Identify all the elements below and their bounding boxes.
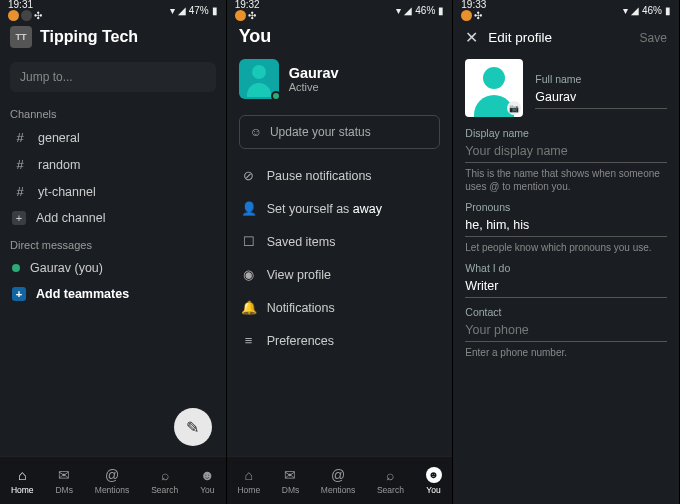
- dm-label: Direct messages: [0, 231, 226, 255]
- workspace-icon: TT: [10, 26, 32, 48]
- presence-active-icon: [12, 264, 20, 272]
- you-menu: ⊘ Pause notifications 👤 Set yourself as …: [227, 159, 453, 357]
- nav-dms[interactable]: ✉DMs: [282, 467, 299, 495]
- status-time: 19:31: [8, 0, 33, 10]
- nav-you[interactable]: ☻You: [200, 467, 215, 495]
- add-channel-button[interactable]: + Add channel: [0, 205, 226, 231]
- battery-pct: 46%: [415, 5, 435, 16]
- screen-you: 19:32 ✣ ▾ ◢ 46% ▮ You Gaurav Active ☺ Up…: [227, 0, 454, 504]
- displayname-label: Display name: [465, 127, 667, 139]
- jump-to-input[interactable]: Jump to...: [10, 62, 216, 92]
- contact-input[interactable]: Your phone: [465, 320, 667, 342]
- nav-search[interactable]: ⌕Search: [377, 467, 404, 495]
- dms-icon: ✉: [58, 467, 70, 483]
- signal-icon: ◢: [178, 5, 186, 16]
- status-time: 19:32: [235, 0, 260, 10]
- avatar-upload[interactable]: 📷: [465, 59, 523, 117]
- dms-icon: ✉: [284, 467, 296, 483]
- mentions-icon: @: [331, 467, 345, 483]
- what-i-do-input[interactable]: Writer: [465, 276, 667, 298]
- avatar: [239, 59, 279, 99]
- nav-home[interactable]: ⌂Home: [237, 467, 260, 495]
- pronouns-input[interactable]: he, him, his: [465, 215, 667, 237]
- set-away-button[interactable]: 👤 Set yourself as away: [227, 192, 453, 225]
- battery-icon: ▮: [212, 5, 218, 16]
- screen-edit-profile: 19:33 ✣ ▾ ◢ 46% ▮ ✕ Edit profile Save 📷 …: [453, 0, 680, 504]
- profile-name: Gaurav: [289, 65, 339, 81]
- displayname-input[interactable]: Your display name: [465, 141, 667, 163]
- contact-label: Contact: [465, 306, 667, 318]
- view-profile-button[interactable]: ◉ View profile: [227, 258, 453, 291]
- battery-icon: ▮: [665, 5, 671, 16]
- search-icon: ⌕: [161, 467, 169, 483]
- saved-items-button[interactable]: ☐ Saved items: [227, 225, 453, 258]
- channel-name: random: [38, 158, 80, 172]
- statusbar: 19:32 ✣ ▾ ◢ 46% ▮: [227, 0, 453, 20]
- preferences-button[interactable]: ≡ Preferences: [227, 324, 453, 357]
- channel-name: yt-channel: [38, 185, 96, 199]
- status-right: ▾ ◢ 47% ▮: [170, 5, 218, 16]
- workspace-title: Tipping Tech: [40, 28, 138, 46]
- mentions-icon: @: [105, 467, 119, 483]
- status-left: 19:33 ✣: [461, 0, 486, 21]
- dm-item[interactable]: Gaurav (you): [0, 255, 226, 281]
- nav-mentions[interactable]: @Mentions: [95, 467, 130, 495]
- plus-icon: +: [12, 287, 26, 301]
- statusbar: 19:31 ✣ ▾ ◢ 47% ▮: [0, 0, 226, 20]
- signal-icon: ◢: [631, 5, 639, 16]
- fullname-input[interactable]: Gaurav: [535, 87, 667, 109]
- home-icon: ⌂: [18, 467, 26, 483]
- status-input[interactable]: ☺ Update your status: [239, 115, 441, 149]
- bottom-nav: ⌂Home ✉DMs @Mentions ⌕Search ☻You: [227, 456, 453, 504]
- channel-name: general: [38, 131, 80, 145]
- wifi-icon: ▾: [396, 5, 401, 16]
- you-icon: ☻: [200, 467, 215, 483]
- profile-icon: ◉: [241, 267, 257, 282]
- bottom-nav: ⌂Home ✉DMs @Mentions ⌕Search ☻You: [0, 456, 226, 504]
- battery-pct: 46%: [642, 5, 662, 16]
- wifi-icon: ▾: [623, 5, 628, 16]
- wifi-icon: ▾: [170, 5, 175, 16]
- screen-home: 19:31 ✣ ▾ ◢ 47% ▮ TT Tipping Tech Jump t…: [0, 0, 227, 504]
- nav-home[interactable]: ⌂Home: [11, 467, 34, 495]
- close-icon[interactable]: ✕: [465, 28, 478, 47]
- add-teammates-button[interactable]: + Add teammates: [0, 281, 226, 307]
- notifications-button[interactable]: 🔔 Notifications: [227, 291, 453, 324]
- edit-header: ✕ Edit profile Save: [453, 20, 679, 55]
- bookmark-icon: ☐: [241, 234, 257, 249]
- nav-you[interactable]: ☻You: [426, 467, 442, 495]
- status-placeholder: Update your status: [270, 125, 371, 139]
- status-time: 19:33: [461, 0, 486, 10]
- signal-icon: ◢: [404, 5, 412, 16]
- nav-mentions[interactable]: @Mentions: [321, 467, 356, 495]
- channel-item[interactable]: # yt-channel: [0, 178, 226, 205]
- edit-form: 📷 Full name Gaurav Display name Your dis…: [453, 55, 679, 367]
- compose-fab[interactable]: ✎: [174, 408, 212, 446]
- fullname-label: Full name: [535, 73, 667, 85]
- profile-presence: Active: [289, 81, 339, 93]
- add-teammates-label: Add teammates: [36, 287, 129, 301]
- channel-item[interactable]: # general: [0, 124, 226, 151]
- status-right: ▾ ◢ 46% ▮: [623, 5, 671, 16]
- pronouns-hint: Let people know which pronouns you use.: [465, 241, 667, 254]
- sliders-icon: ≡: [241, 333, 257, 348]
- home-icon: ⌂: [245, 467, 253, 483]
- pause-notifications-button[interactable]: ⊘ Pause notifications: [227, 159, 453, 192]
- statusbar: 19:33 ✣ ▾ ◢ 46% ▮: [453, 0, 679, 20]
- add-channel-label: Add channel: [36, 211, 106, 225]
- workspace-header[interactable]: TT Tipping Tech: [0, 20, 226, 54]
- save-button[interactable]: Save: [640, 31, 667, 45]
- displayname-hint: This is the name that shows when someone…: [465, 167, 667, 193]
- battery-icon: ▮: [438, 5, 444, 16]
- battery-pct: 47%: [189, 5, 209, 16]
- channel-item[interactable]: # random: [0, 151, 226, 178]
- profile-summary[interactable]: Gaurav Active: [227, 53, 453, 105]
- status-left: 19:31 ✣: [8, 0, 42, 21]
- status-right: ▾ ◢ 46% ▮: [396, 5, 444, 16]
- nav-dms[interactable]: ✉DMs: [55, 467, 72, 495]
- plus-icon: +: [12, 211, 26, 225]
- nav-search[interactable]: ⌕Search: [151, 467, 178, 495]
- you-title: You: [227, 20, 453, 53]
- status-left: 19:32 ✣: [235, 0, 260, 21]
- you-icon: ☻: [426, 467, 442, 483]
